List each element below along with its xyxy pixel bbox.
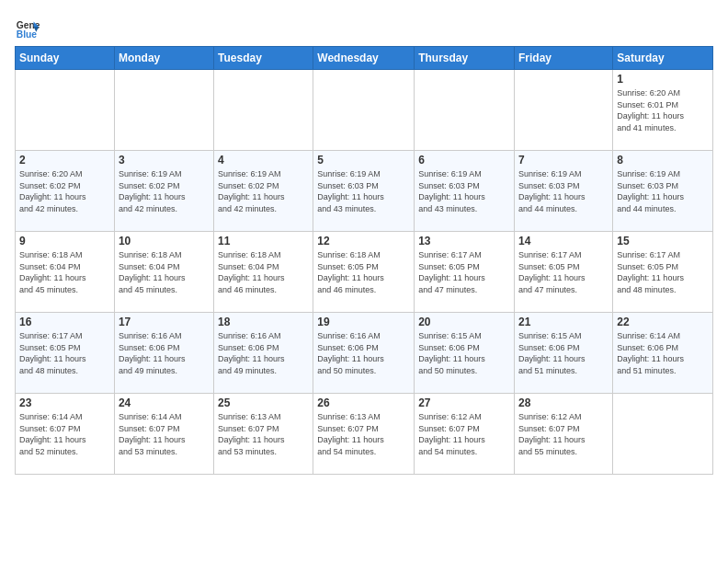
day-info: Sunrise: 6:15 AM Sunset: 6:06 PM Dayligh… [418, 330, 510, 376]
day-info: Sunrise: 6:16 AM Sunset: 6:06 PM Dayligh… [218, 330, 309, 376]
day-info: Sunrise: 6:19 AM Sunset: 6:03 PM Dayligh… [617, 168, 709, 214]
calendar-cell: 18Sunrise: 6:16 AM Sunset: 6:06 PM Dayli… [214, 313, 313, 394]
day-info: Sunrise: 6:19 AM Sunset: 6:02 PM Dayligh… [218, 168, 309, 214]
day-number: 8 [617, 154, 709, 167]
calendar-cell [313, 70, 415, 151]
day-info: Sunrise: 6:17 AM Sunset: 6:05 PM Dayligh… [19, 330, 110, 376]
day-info: Sunrise: 6:18 AM Sunset: 6:04 PM Dayligh… [119, 249, 210, 295]
svg-text:Blue: Blue [17, 29, 38, 40]
day-info: Sunrise: 6:13 AM Sunset: 6:07 PM Dayligh… [317, 411, 410, 457]
day-number: 22 [617, 316, 709, 328]
calendar-cell: 4Sunrise: 6:19 AM Sunset: 6:02 PM Daylig… [214, 151, 313, 232]
day-info: Sunrise: 6:17 AM Sunset: 6:05 PM Dayligh… [617, 249, 709, 295]
calendar-cell: 20Sunrise: 6:15 AM Sunset: 6:06 PM Dayli… [415, 313, 515, 394]
weekday-friday: Friday [515, 47, 613, 70]
calendar-cell: 17Sunrise: 6:16 AM Sunset: 6:06 PM Dayli… [114, 313, 213, 394]
day-number: 23 [19, 396, 110, 409]
day-number: 15 [617, 235, 709, 247]
day-info: Sunrise: 6:16 AM Sunset: 6:06 PM Dayligh… [317, 330, 410, 376]
day-number: 4 [218, 154, 309, 167]
weekday-tuesday: Tuesday [214, 47, 313, 70]
day-number: 9 [19, 235, 110, 247]
day-info: Sunrise: 6:12 AM Sunset: 6:07 PM Dayligh… [518, 411, 609, 457]
calendar-cell: 22Sunrise: 6:14 AM Sunset: 6:06 PM Dayli… [613, 313, 713, 394]
calendar-cell: 2Sunrise: 6:20 AM Sunset: 6:02 PM Daylig… [16, 151, 115, 232]
day-info: Sunrise: 6:14 AM Sunset: 6:07 PM Dayligh… [19, 411, 110, 457]
day-info: Sunrise: 6:18 AM Sunset: 6:05 PM Dayligh… [317, 249, 410, 295]
day-number: 26 [317, 396, 410, 409]
weekday-wednesday: Wednesday [313, 47, 415, 70]
calendar-cell [214, 70, 313, 151]
calendar-cell: 19Sunrise: 6:16 AM Sunset: 6:06 PM Dayli… [313, 313, 415, 394]
day-number: 11 [218, 235, 309, 247]
calendar-cell: 14Sunrise: 6:17 AM Sunset: 6:05 PM Dayli… [515, 232, 613, 313]
day-number: 6 [418, 154, 510, 167]
calendar-cell: 9Sunrise: 6:18 AM Sunset: 6:04 PM Daylig… [16, 232, 115, 313]
day-number: 13 [418, 235, 510, 247]
weekday-sunday: Sunday [16, 47, 115, 70]
day-info: Sunrise: 6:20 AM Sunset: 6:02 PM Dayligh… [19, 168, 110, 214]
day-info: Sunrise: 6:20 AM Sunset: 6:01 PM Dayligh… [617, 87, 709, 133]
calendar-cell: 11Sunrise: 6:18 AM Sunset: 6:04 PM Dayli… [214, 232, 313, 313]
day-number: 21 [518, 316, 609, 328]
day-info: Sunrise: 6:17 AM Sunset: 6:05 PM Dayligh… [418, 249, 510, 295]
day-number: 27 [418, 396, 510, 409]
day-number: 18 [218, 316, 309, 328]
calendar-cell: 8Sunrise: 6:19 AM Sunset: 6:03 PM Daylig… [613, 151, 713, 232]
calendar-cell: 23Sunrise: 6:14 AM Sunset: 6:07 PM Dayli… [16, 394, 115, 475]
weekday-header-row: SundayMondayTuesdayWednesdayThursdayFrid… [16, 47, 713, 70]
day-info: Sunrise: 6:19 AM Sunset: 6:03 PM Dayligh… [418, 168, 510, 214]
day-number: 17 [119, 316, 210, 328]
day-number: 7 [518, 154, 609, 167]
calendar-week-2: 2Sunrise: 6:20 AM Sunset: 6:02 PM Daylig… [16, 151, 713, 232]
day-number: 1 [617, 73, 709, 86]
day-info: Sunrise: 6:16 AM Sunset: 6:06 PM Dayligh… [119, 330, 210, 376]
day-info: Sunrise: 6:15 AM Sunset: 6:06 PM Dayligh… [518, 330, 609, 376]
day-number: 14 [518, 235, 609, 247]
calendar-cell: 3Sunrise: 6:19 AM Sunset: 6:02 PM Daylig… [114, 151, 213, 232]
day-number: 5 [317, 154, 410, 167]
calendar-cell [16, 70, 115, 151]
day-number: 25 [218, 396, 309, 409]
day-info: Sunrise: 6:17 AM Sunset: 6:05 PM Dayligh… [518, 249, 609, 295]
day-number: 24 [119, 396, 210, 409]
day-info: Sunrise: 6:18 AM Sunset: 6:04 PM Dayligh… [218, 249, 309, 295]
calendar-cell: 26Sunrise: 6:13 AM Sunset: 6:07 PM Dayli… [313, 394, 415, 475]
weekday-monday: Monday [114, 47, 213, 70]
day-info: Sunrise: 6:19 AM Sunset: 6:02 PM Dayligh… [119, 168, 210, 214]
day-number: 16 [19, 316, 110, 328]
calendar-table: SundayMondayTuesdayWednesdayThursdayFrid… [15, 46, 713, 475]
calendar-cell: 25Sunrise: 6:13 AM Sunset: 6:07 PM Dayli… [214, 394, 313, 475]
calendar-week-4: 16Sunrise: 6:17 AM Sunset: 6:05 PM Dayli… [16, 313, 713, 394]
calendar-cell: 5Sunrise: 6:19 AM Sunset: 6:03 PM Daylig… [313, 151, 415, 232]
calendar-cell: 16Sunrise: 6:17 AM Sunset: 6:05 PM Dayli… [16, 313, 115, 394]
calendar-cell [613, 394, 713, 475]
day-number: 10 [119, 235, 210, 247]
day-number: 28 [518, 396, 609, 409]
calendar-cell: 6Sunrise: 6:19 AM Sunset: 6:03 PM Daylig… [415, 151, 515, 232]
day-number: 3 [119, 154, 210, 167]
calendar-cell [415, 70, 515, 151]
calendar-cell: 28Sunrise: 6:12 AM Sunset: 6:07 PM Dayli… [515, 394, 613, 475]
logo-icon: General Blue [15, 15, 40, 40]
calendar-cell: 13Sunrise: 6:17 AM Sunset: 6:05 PM Dayli… [415, 232, 515, 313]
logo: General Blue [15, 15, 40, 40]
calendar-cell [114, 70, 213, 151]
day-info: Sunrise: 6:12 AM Sunset: 6:07 PM Dayligh… [418, 411, 510, 457]
day-info: Sunrise: 6:13 AM Sunset: 6:07 PM Dayligh… [218, 411, 309, 457]
page-header: General Blue [15, 15, 713, 40]
calendar-cell: 24Sunrise: 6:14 AM Sunset: 6:07 PM Dayli… [114, 394, 213, 475]
calendar-cell: 15Sunrise: 6:17 AM Sunset: 6:05 PM Dayli… [613, 232, 713, 313]
calendar-cell [515, 70, 613, 151]
day-info: Sunrise: 6:14 AM Sunset: 6:07 PM Dayligh… [119, 411, 210, 457]
day-info: Sunrise: 6:19 AM Sunset: 6:03 PM Dayligh… [317, 168, 410, 214]
calendar-cell: 7Sunrise: 6:19 AM Sunset: 6:03 PM Daylig… [515, 151, 613, 232]
calendar-cell: 12Sunrise: 6:18 AM Sunset: 6:05 PM Dayli… [313, 232, 415, 313]
calendar-cell: 1Sunrise: 6:20 AM Sunset: 6:01 PM Daylig… [613, 70, 713, 151]
weekday-saturday: Saturday [613, 47, 713, 70]
day-number: 2 [19, 154, 110, 167]
day-info: Sunrise: 6:18 AM Sunset: 6:04 PM Dayligh… [19, 249, 110, 295]
day-number: 19 [317, 316, 410, 328]
calendar-cell: 21Sunrise: 6:15 AM Sunset: 6:06 PM Dayli… [515, 313, 613, 394]
day-info: Sunrise: 6:19 AM Sunset: 6:03 PM Dayligh… [518, 168, 609, 214]
